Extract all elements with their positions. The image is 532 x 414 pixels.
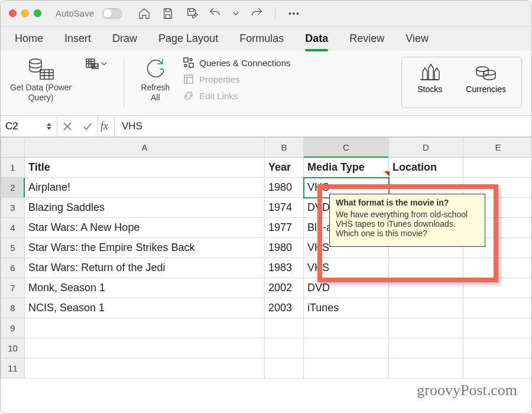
cell-A11[interactable] bbox=[25, 358, 265, 379]
cell-E8[interactable] bbox=[463, 298, 533, 318]
undo-icon[interactable] bbox=[209, 7, 222, 20]
cell-E1[interactable] bbox=[463, 158, 533, 178]
cell-A3[interactable]: Blazing Saddles bbox=[25, 198, 265, 218]
name-box[interactable]: C2 bbox=[1, 116, 57, 136]
accept-formula-button[interactable] bbox=[77, 116, 98, 136]
cell-A5[interactable]: Star Wars: the Empire Strikes Back bbox=[25, 238, 265, 258]
cell-E9[interactable] bbox=[463, 318, 533, 338]
row-header-5[interactable]: 5 bbox=[1, 238, 25, 258]
tab-review[interactable]: Review bbox=[349, 32, 384, 51]
cell-A1[interactable]: Title bbox=[25, 158, 265, 178]
tab-data[interactable]: Data bbox=[305, 32, 328, 51]
row-header-2[interactable]: 2 bbox=[1, 178, 25, 198]
tab-formulas[interactable]: Formulas bbox=[239, 32, 284, 51]
table-row: 6 Star Wars: Return of the Jedi 1983 VHS bbox=[1, 258, 533, 278]
cell-B6[interactable]: 1983 bbox=[265, 258, 304, 278]
row-header-1[interactable]: 1 bbox=[1, 158, 25, 178]
cell-B8[interactable]: 2003 bbox=[265, 298, 304, 318]
formula-input[interactable]: VHS bbox=[115, 116, 531, 136]
stocks-button[interactable]: Stocks bbox=[417, 62, 442, 103]
cell-B1[interactable]: Year bbox=[265, 158, 304, 178]
row-header-3[interactable]: 3 bbox=[1, 198, 25, 218]
currencies-button[interactable]: Currencies bbox=[466, 62, 506, 103]
svg-point-1 bbox=[293, 12, 295, 14]
queries-connections-button[interactable]: Queries & Connections bbox=[183, 57, 290, 69]
maximize-window-button[interactable] bbox=[34, 9, 41, 17]
spreadsheet-grid[interactable]: A B C D E 1 Title Year Media Type Locati… bbox=[1, 137, 531, 379]
cell-A4[interactable]: Star Wars: A New Hope bbox=[25, 218, 265, 238]
cell-D1[interactable]: Location bbox=[389, 158, 463, 178]
cell-C11[interactable] bbox=[304, 358, 389, 379]
cell-A9[interactable] bbox=[25, 318, 265, 338]
cell-B7[interactable]: 2002 bbox=[265, 278, 304, 298]
cell-C6[interactable]: VHS bbox=[304, 258, 389, 278]
cell-B11[interactable] bbox=[265, 358, 304, 379]
row-header-11[interactable]: 11 bbox=[1, 358, 25, 379]
col-header-A[interactable]: A bbox=[25, 138, 265, 158]
row-header-7[interactable]: 7 bbox=[1, 278, 25, 298]
col-header-E[interactable]: E bbox=[463, 138, 533, 158]
cell-C9[interactable] bbox=[304, 318, 389, 338]
cell-A2[interactable]: Airplane! bbox=[25, 178, 265, 198]
cell-B5[interactable]: 1980 bbox=[265, 238, 304, 258]
autosave-toggle[interactable] bbox=[102, 8, 122, 19]
row-header-4[interactable]: 4 bbox=[1, 218, 25, 238]
undo-dropdown-icon[interactable] bbox=[232, 7, 239, 20]
tab-home[interactable]: Home bbox=[15, 32, 43, 51]
get-data-button[interactable]: Get Data (Power Query) bbox=[10, 57, 72, 108]
from-picture-button[interactable] bbox=[85, 57, 107, 71]
cell-A10[interactable] bbox=[25, 338, 265, 358]
row-header-9[interactable]: 9 bbox=[1, 318, 25, 338]
select-all-corner[interactable] bbox=[1, 138, 25, 158]
cell-D11[interactable] bbox=[389, 358, 463, 379]
cell-D9[interactable] bbox=[389, 318, 463, 338]
titlebar: AutoSave bbox=[1, 1, 531, 27]
fx-label[interactable]: fx bbox=[98, 116, 115, 136]
col-header-C[interactable]: C bbox=[304, 138, 389, 158]
cell-C7[interactable]: DVD bbox=[304, 278, 389, 298]
cancel-formula-button[interactable] bbox=[57, 116, 77, 136]
cell-D8[interactable] bbox=[389, 298, 463, 318]
tab-view[interactable]: View bbox=[406, 32, 429, 51]
database-icon bbox=[27, 57, 54, 80]
cell-B9[interactable] bbox=[265, 318, 304, 338]
col-header-D[interactable]: D bbox=[389, 138, 463, 158]
col-header-B[interactable]: B bbox=[265, 138, 304, 158]
cell-C8[interactable]: iTunes bbox=[304, 298, 389, 318]
cell-E7[interactable] bbox=[463, 278, 533, 298]
svg-point-14 bbox=[484, 70, 495, 75]
save-icon[interactable] bbox=[161, 7, 174, 20]
check-icon bbox=[82, 121, 93, 132]
redo-icon[interactable] bbox=[250, 7, 263, 20]
tab-draw[interactable]: Draw bbox=[112, 32, 137, 51]
cell-D7[interactable] bbox=[389, 278, 463, 298]
row-header-10[interactable]: 10 bbox=[1, 338, 25, 358]
cell-E10[interactable] bbox=[463, 338, 533, 358]
name-box-stepper[interactable] bbox=[46, 122, 52, 131]
separator bbox=[275, 7, 275, 20]
cell-D6[interactable] bbox=[389, 258, 463, 278]
row-header-8[interactable]: 8 bbox=[1, 298, 25, 318]
tab-insert[interactable]: Insert bbox=[64, 32, 91, 51]
cell-B4[interactable]: 1977 bbox=[265, 218, 304, 238]
refresh-all-label: Refresh All bbox=[141, 83, 170, 103]
cell-C10[interactable] bbox=[304, 338, 389, 358]
cell-B10[interactable] bbox=[265, 338, 304, 358]
close-window-button[interactable] bbox=[9, 9, 17, 17]
cell-B3[interactable]: 1974 bbox=[265, 198, 304, 218]
cell-C1[interactable]: Media Type bbox=[304, 158, 389, 178]
row-header-6[interactable]: 6 bbox=[1, 258, 25, 278]
cell-D10[interactable] bbox=[389, 338, 463, 358]
save-as-icon[interactable] bbox=[185, 7, 198, 20]
cell-B2[interactable]: 1980 bbox=[265, 178, 304, 198]
cell-A7[interactable]: Monk, Season 1 bbox=[25, 278, 265, 298]
more-icon[interactable] bbox=[287, 7, 300, 20]
cell-E11[interactable] bbox=[463, 358, 533, 379]
home-icon[interactable] bbox=[138, 7, 151, 20]
cell-A8[interactable]: NCIS, Season 1 bbox=[25, 298, 265, 318]
cell-E6[interactable] bbox=[463, 258, 533, 278]
cell-A6[interactable]: Star Wars: Return of the Jedi bbox=[25, 258, 265, 278]
refresh-all-button[interactable]: Refresh All bbox=[141, 57, 170, 108]
minimize-window-button[interactable] bbox=[21, 9, 29, 17]
tab-page-layout[interactable]: Page Layout bbox=[158, 32, 218, 51]
